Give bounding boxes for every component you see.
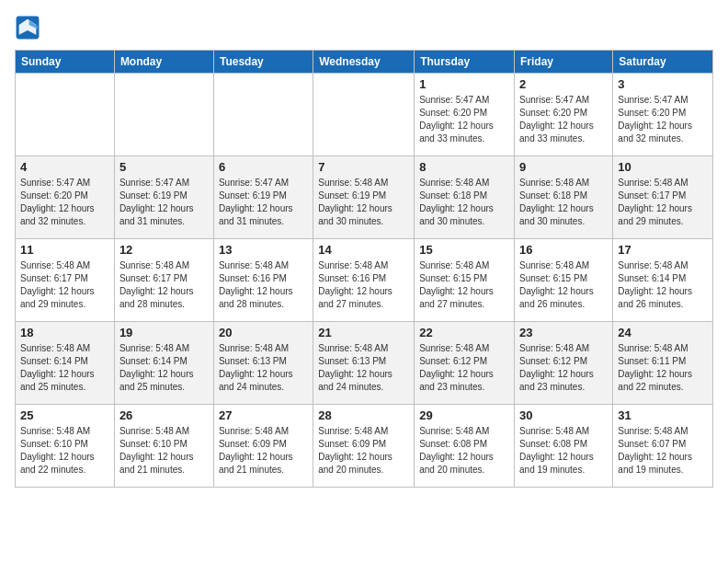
calendar-cell [114,74,213,156]
calendar-cell: 12Sunrise: 5:48 AM Sunset: 6:17 PM Dayli… [114,239,213,322]
calendar-cell: 18Sunrise: 5:48 AM Sunset: 6:14 PM Dayli… [16,322,115,405]
header-tuesday: Tuesday [213,51,313,74]
day-number: 13 [219,243,308,257]
week-row-2: 4Sunrise: 5:47 AM Sunset: 6:20 PM Daylig… [16,156,713,239]
header-wednesday: Wednesday [313,51,415,74]
header-friday: Friday [515,51,613,74]
header-saturday: Saturday [613,51,713,74]
day-info: Sunrise: 5:48 AM Sunset: 6:09 PM Dayligh… [318,425,409,477]
day-info: Sunrise: 5:47 AM Sunset: 6:19 PM Dayligh… [219,177,308,228]
calendar-header-row: SundayMondayTuesdayWednesdayThursdayFrid… [16,51,713,74]
calendar-cell: 9Sunrise: 5:48 AM Sunset: 6:18 PM Daylig… [515,156,613,239]
day-info: Sunrise: 5:48 AM Sunset: 6:18 PM Dayligh… [519,177,608,228]
week-row-1: 1Sunrise: 5:47 AM Sunset: 6:20 PM Daylig… [16,74,713,156]
calendar-cell: 17Sunrise: 5:48 AM Sunset: 6:14 PM Dayli… [613,239,713,322]
day-number: 31 [618,408,708,422]
calendar-cell [16,74,115,156]
calendar-cell: 31Sunrise: 5:48 AM Sunset: 6:07 PM Dayli… [613,405,713,488]
week-row-4: 18Sunrise: 5:48 AM Sunset: 6:14 PM Dayli… [16,322,713,405]
calendar-cell: 28Sunrise: 5:48 AM Sunset: 6:09 PM Dayli… [313,405,415,488]
day-number: 4 [20,160,109,174]
calendar-cell: 16Sunrise: 5:48 AM Sunset: 6:15 PM Dayli… [515,239,613,322]
day-info: Sunrise: 5:48 AM Sunset: 6:12 PM Dayligh… [519,342,608,394]
calendar-cell: 14Sunrise: 5:48 AM Sunset: 6:16 PM Dayli… [313,239,415,322]
day-info: Sunrise: 5:48 AM Sunset: 6:19 PM Dayligh… [318,177,409,228]
day-info: Sunrise: 5:48 AM Sunset: 6:14 PM Dayligh… [20,342,109,394]
day-number: 23 [519,326,608,339]
day-number: 28 [318,408,409,422]
day-number: 24 [618,326,708,339]
day-info: Sunrise: 5:48 AM Sunset: 6:10 PM Dayligh… [20,425,109,477]
day-number: 10 [618,160,708,174]
day-number: 21 [318,326,409,339]
day-info: Sunrise: 5:48 AM Sunset: 6:12 PM Dayligh… [419,342,509,394]
day-number: 26 [119,408,209,422]
header-sunday: Sunday [16,51,115,74]
day-number: 7 [318,160,409,174]
day-number: 9 [519,160,608,174]
day-info: Sunrise: 5:48 AM Sunset: 6:13 PM Dayligh… [219,342,308,394]
day-info: Sunrise: 5:48 AM Sunset: 6:10 PM Dayligh… [119,425,209,477]
day-number: 17 [618,243,708,257]
calendar-cell: 25Sunrise: 5:48 AM Sunset: 6:10 PM Dayli… [16,405,115,488]
day-number: 30 [519,408,608,422]
day-number: 8 [419,160,509,174]
day-number: 25 [20,408,109,422]
calendar-cell: 27Sunrise: 5:48 AM Sunset: 6:09 PM Dayli… [213,405,313,488]
calendar-cell: 2Sunrise: 5:47 AM Sunset: 6:20 PM Daylig… [515,74,613,156]
day-info: Sunrise: 5:47 AM Sunset: 6:20 PM Dayligh… [419,94,509,145]
day-info: Sunrise: 5:47 AM Sunset: 6:20 PM Dayligh… [519,94,608,145]
day-info: Sunrise: 5:48 AM Sunset: 6:14 PM Dayligh… [119,342,209,394]
week-row-3: 11Sunrise: 5:48 AM Sunset: 6:17 PM Dayli… [16,239,713,322]
day-number: 11 [20,243,109,257]
calendar-cell: 4Sunrise: 5:47 AM Sunset: 6:20 PM Daylig… [16,156,115,239]
logo [15,15,44,40]
day-number: 27 [219,408,308,422]
calendar-cell: 13Sunrise: 5:48 AM Sunset: 6:16 PM Dayli… [213,239,313,322]
calendar-cell: 10Sunrise: 5:48 AM Sunset: 6:17 PM Dayli… [613,156,713,239]
day-info: Sunrise: 5:47 AM Sunset: 6:20 PM Dayligh… [618,94,708,145]
day-info: Sunrise: 5:47 AM Sunset: 6:19 PM Dayligh… [119,177,209,228]
calendar-cell: 7Sunrise: 5:48 AM Sunset: 6:19 PM Daylig… [313,156,415,239]
calendar-cell: 8Sunrise: 5:48 AM Sunset: 6:18 PM Daylig… [415,156,515,239]
day-info: Sunrise: 5:47 AM Sunset: 6:20 PM Dayligh… [20,177,109,228]
calendar-cell [213,74,313,156]
day-info: Sunrise: 5:48 AM Sunset: 6:14 PM Dayligh… [618,259,708,311]
day-number: 15 [419,243,509,257]
day-number: 18 [20,326,109,339]
day-number: 12 [119,243,209,257]
day-info: Sunrise: 5:48 AM Sunset: 6:07 PM Dayligh… [618,425,708,477]
day-number: 1 [419,77,509,91]
day-number: 5 [119,160,209,174]
calendar-table: SundayMondayTuesdayWednesdayThursdayFrid… [15,50,713,488]
day-info: Sunrise: 5:48 AM Sunset: 6:16 PM Dayligh… [318,259,409,311]
day-info: Sunrise: 5:48 AM Sunset: 6:17 PM Dayligh… [119,259,209,311]
day-number: 16 [519,243,608,257]
day-info: Sunrise: 5:48 AM Sunset: 6:17 PM Dayligh… [20,259,109,311]
day-info: Sunrise: 5:48 AM Sunset: 6:11 PM Dayligh… [618,342,708,394]
calendar-cell: 19Sunrise: 5:48 AM Sunset: 6:14 PM Dayli… [114,322,213,405]
calendar-cell: 1Sunrise: 5:47 AM Sunset: 6:20 PM Daylig… [415,74,515,156]
day-number: 3 [618,77,708,91]
day-number: 14 [318,243,409,257]
calendar-cell: 23Sunrise: 5:48 AM Sunset: 6:12 PM Dayli… [515,322,613,405]
header-monday: Monday [114,51,213,74]
day-number: 22 [419,326,509,339]
calendar-cell: 6Sunrise: 5:47 AM Sunset: 6:19 PM Daylig… [213,156,313,239]
calendar-cell: 3Sunrise: 5:47 AM Sunset: 6:20 PM Daylig… [613,74,713,156]
calendar-cell: 30Sunrise: 5:48 AM Sunset: 6:08 PM Dayli… [515,405,613,488]
week-row-5: 25Sunrise: 5:48 AM Sunset: 6:10 PM Dayli… [16,405,713,488]
calendar-cell: 5Sunrise: 5:47 AM Sunset: 6:19 PM Daylig… [114,156,213,239]
calendar-cell [313,74,415,156]
day-number: 2 [519,77,608,91]
calendar-cell: 22Sunrise: 5:48 AM Sunset: 6:12 PM Dayli… [415,322,515,405]
day-info: Sunrise: 5:48 AM Sunset: 6:09 PM Dayligh… [219,425,308,477]
day-info: Sunrise: 5:48 AM Sunset: 6:17 PM Dayligh… [618,177,708,228]
day-number: 29 [419,408,509,422]
calendar-cell: 11Sunrise: 5:48 AM Sunset: 6:17 PM Dayli… [16,239,115,322]
calendar-cell: 20Sunrise: 5:48 AM Sunset: 6:13 PM Dayli… [213,322,313,405]
header-thursday: Thursday [415,51,515,74]
calendar-cell: 26Sunrise: 5:48 AM Sunset: 6:10 PM Dayli… [114,405,213,488]
day-info: Sunrise: 5:48 AM Sunset: 6:15 PM Dayligh… [519,259,608,311]
day-info: Sunrise: 5:48 AM Sunset: 6:08 PM Dayligh… [419,425,509,477]
